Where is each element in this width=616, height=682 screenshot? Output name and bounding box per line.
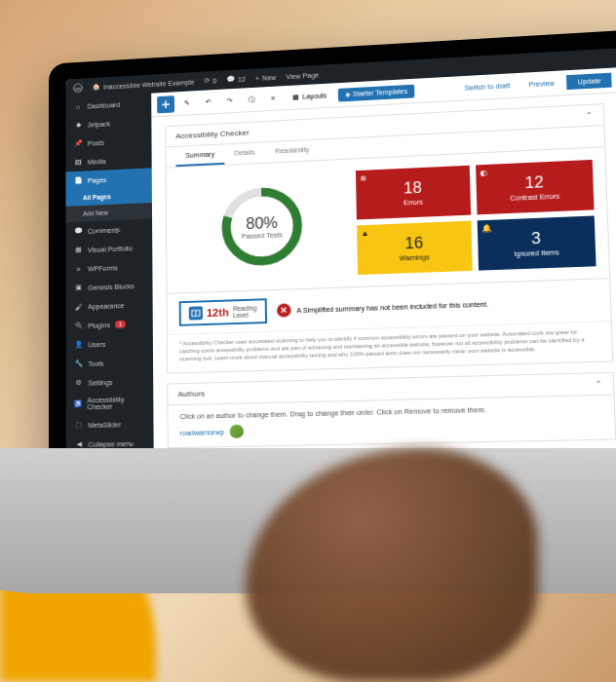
wp-logo-icon[interactable] — [73, 83, 83, 93]
sidebar-item-tools[interactable]: 🔧Tools — [66, 352, 153, 373]
add-block-button[interactable] — [157, 95, 174, 113]
view-page-link[interactable]: View Page — [286, 71, 319, 80]
author-chip[interactable]: roadwarriorwp — [180, 429, 224, 436]
a11y-checker-panel: Accessibility Checker ⌃ Summary Details … — [165, 103, 613, 374]
warnings-count: 16 — [366, 233, 464, 254]
tab-summary[interactable]: Summary — [175, 144, 224, 167]
laptop-screen: 🏠 Inaccessible Website Example ⟳ 0 💬 12 … — [65, 40, 616, 515]
stat-warnings[interactable]: ▲ 16 Warnings — [357, 221, 473, 275]
edit-button[interactable]: ✎ — [178, 95, 196, 112]
simplified-summary-warning: A Simplified summary has not been includ… — [296, 300, 488, 313]
grid-icon: ▦ — [292, 94, 299, 101]
preview-button[interactable]: Preview — [522, 77, 561, 92]
contrast-icon: ◐ — [480, 169, 487, 177]
warning-icon: ▲ — [361, 229, 368, 238]
ignored-label: Ignored Items — [486, 247, 587, 258]
tab-readability[interactable]: Readability — [265, 140, 320, 163]
sidebar-item-a11y-checker[interactable]: ♿Accessibility Checker — [66, 391, 154, 416]
passed-tests-gauge: 80% Passed Tests — [178, 171, 348, 282]
reading-level-label: ReadingLevel — [233, 305, 257, 320]
sidebar-item-users[interactable]: 👤Users — [66, 333, 153, 355]
jetpack-icon: ◆ — [73, 120, 83, 130]
forms-icon: ≡ — [73, 264, 83, 274]
laptop-frame: 🏠 Inaccessible Website Example ⟳ 0 💬 12 … — [49, 21, 616, 516]
media-icon: 🖼 — [73, 157, 83, 167]
tab-details[interactable]: Details — [224, 142, 265, 164]
close-circle-icon: ⊗ — [360, 174, 366, 183]
authors-panel: Authors ⌃ Click on an author to change t… — [167, 372, 616, 448]
update-button[interactable]: Update — [566, 73, 611, 90]
add-new[interactable]: + New — [255, 74, 276, 82]
bell-icon: 🔔 — [481, 224, 492, 233]
details-button[interactable]: ⓘ — [243, 91, 260, 108]
stat-contrast[interactable]: ◐ 12 Contrast Errors — [476, 160, 594, 214]
undo-button[interactable]: ↶ — [200, 93, 217, 110]
switch-draft-button[interactable]: Switch to draft — [458, 79, 517, 95]
site-name[interactable]: 🏠 Inaccessible Website Example — [92, 78, 194, 91]
redo-button[interactable]: ↷ — [221, 92, 239, 109]
ignored-count: 3 — [485, 228, 587, 249]
comments-count[interactable]: 💬 12 — [226, 75, 246, 84]
pin-icon: 📌 — [73, 138, 83, 148]
dashboard-icon: ⌂ — [73, 101, 83, 111]
appearance-icon: 🖌 — [73, 302, 83, 312]
outline-button[interactable]: ≡ — [264, 90, 282, 107]
contrast-count: 12 — [484, 171, 585, 194]
users-icon: 👤 — [74, 340, 84, 350]
plugins-icon: 🔌 — [73, 321, 83, 330]
stat-errors[interactable]: ⊗ 18 Errors — [356, 166, 471, 220]
starter-templates-button[interactable]: ◈Starter Templates — [337, 84, 414, 101]
authors-title: Authors — [177, 390, 205, 399]
chevron-up-icon[interactable]: ⌃ — [586, 111, 594, 120]
gauge-percentage: 80% — [241, 213, 282, 232]
sidebar-item-plugins[interactable]: 🔌Plugins1 — [66, 314, 153, 335]
a11y-panel-title: Accessibility Checker — [175, 129, 250, 141]
template-icon: ◈ — [345, 91, 350, 98]
sidebar-item-metaslider[interactable]: ⬚MetaSlider — [66, 414, 154, 436]
sidebar-item-settings[interactable]: ⚙Settings — [66, 371, 154, 393]
portfolio-icon: ▦ — [73, 246, 83, 255]
chevron-up-icon[interactable]: ⌃ — [595, 380, 602, 390]
reading-level-box: 12th ReadingLevel — [179, 298, 267, 326]
plugin-update-badge: 1 — [115, 321, 126, 328]
updates-count[interactable]: ⟳ 0 — [204, 77, 216, 85]
reading-level-value: 12th — [207, 307, 229, 320]
blocks-icon: ▣ — [73, 283, 83, 292]
comments-icon: 💬 — [73, 226, 83, 236]
pages-icon: 📄 — [73, 175, 83, 185]
error-circle-icon: ✕ — [277, 303, 291, 317]
book-icon — [189, 307, 203, 321]
a11y-icon: ♿ — [74, 399, 83, 409]
tools-icon: 🔧 — [74, 359, 84, 368]
settings-icon: ⚙ — [74, 378, 84, 388]
warnings-label: Warnings — [366, 252, 464, 263]
errors-count: 18 — [364, 177, 462, 199]
stat-ignored[interactable]: 🔔 3 Ignored Items — [478, 215, 597, 270]
slider-icon: ⬚ — [74, 420, 84, 430]
avatar-icon — [230, 425, 245, 438]
layouts-button[interactable]: ▦Layouts — [286, 89, 334, 104]
